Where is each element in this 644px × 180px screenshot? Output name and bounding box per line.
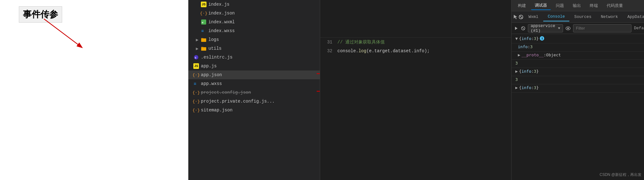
code-token-args: (e.target.dataset.info); [366,48,430,53]
svg-point-17 [567,27,569,29]
file-tree: JS index.js {·} index.json W index.wxml … [188,0,320,180]
folder-collapsed-arrow: ▶ [196,46,200,51]
file-tree-item-app-js[interactable]: JS app.js [188,62,320,70]
file-name: project.private.config.js... [201,99,275,104]
svg-line-14 [522,27,524,30]
block-icon[interactable] [518,13,523,21]
prop-val: 3 [530,44,533,49]
file-name: index.wxss [208,28,235,33]
prop-colon: : [528,44,530,49]
tab-codequality[interactable]: 代码质量 [603,2,627,10]
json-icon: {·} [193,72,199,78]
console-output: ▼ { info : 3 } i info : 3 ▶ __proto__ : … [512,34,644,180]
svg-rect-4 [201,38,203,39]
cursor-icon[interactable] [513,13,518,21]
file-tree-item-app-wxss[interactable]: ≡ app.wxss [188,79,320,88]
json-icon: {·} [193,107,199,113]
appservice-dropdown[interactable]: appservice (#1) [528,24,563,32]
red-arrow-appjson [314,69,320,79]
code-token-plain: console. [337,48,358,53]
file-name: index.wxml [208,20,235,25]
num-val2: 3 [515,77,518,82]
dropdown-value: appservice (#1) [531,24,556,33]
file-tree-item-index-wxml[interactable]: W index.wxml [188,18,320,26]
json-icon: {·} [201,10,207,16]
file-tree-item-utils[interactable]: ▶ utils [188,44,320,53]
expand-arrow-3[interactable]: ▶ [515,85,518,90]
tab-build[interactable]: 构建 [514,2,530,10]
json-icon: {·} [193,98,199,104]
folder-collapsed-arrow: ▶ [196,37,200,42]
console-row-1: ▼ { info : 3 } i [512,35,644,43]
folder-name: utils [208,46,222,51]
file-name: .eslintrc.js [201,55,233,60]
file-tree-item-sitemap[interactable]: {·} sitemap.json [188,106,320,115]
tab-console[interactable]: Console [543,12,569,21]
file-tree-item-app-json[interactable]: {·} app.json [188,70,320,79]
wxss-icon: ≡ [201,28,207,34]
code-token-log: log [358,48,366,53]
svg-rect-6 [201,47,203,48]
file-tree-item-index-json[interactable]: {·} index.json [188,9,320,18]
svg-marker-15 [558,27,560,29]
obj-close2: } [536,69,539,74]
file-tree-item-eslintrc[interactable]: E .eslintrc.js [188,53,320,62]
file-tree-item-logs[interactable]: ▶ logs [188,35,320,44]
file-tree-item-project-config[interactable]: {·} project.config.json [188,88,320,97]
json-icon: {·} [193,90,199,95]
obj-val3: 3 [534,85,536,90]
block-button[interactable] [521,25,525,32]
num-val: 3 [515,61,518,65]
proto-arrow[interactable]: ▶ [518,53,520,57]
tab-output[interactable]: 输出 [569,2,585,10]
js-icon: JS [193,63,199,69]
file-name: app.js [201,64,217,69]
secondary-tab-bar: Wxml Console Sources Network AppData » [512,11,644,23]
obj-close3: } [536,85,539,90]
code-editor: 31 // 通过对象获取具体值 32 console.log(e.target.… [320,0,512,180]
devtools-panel: 构建 调试器 问题 输出 终端 代码质量 Wxml Console Source… [512,0,644,180]
file-name: sitemap.json [201,108,233,113]
prop-key: info [518,44,528,49]
eye-button[interactable] [566,25,571,32]
tab-appdata[interactable]: AppData [623,13,644,21]
annotation-arrow [38,16,94,53]
obj-val: 3 [534,36,536,41]
file-tree-item-index-wxss[interactable]: ≡ index.wxss [188,26,320,35]
filter-input[interactable] [573,24,631,32]
info-icon[interactable]: i [540,36,544,41]
folder-name: logs [208,37,219,42]
tab-issues[interactable]: 问题 [552,2,568,10]
code-line-31: 31 // 通过对象获取具体值 [320,38,511,47]
console-row-7: ▶ { info : 3 } [512,84,644,93]
file-tree-item-project-private[interactable]: {·} project.private.config.js... [188,97,320,106]
file-tree-item-index-js[interactable]: JS index.js [188,0,320,9]
expand-arrow-2[interactable]: ▶ [515,69,518,74]
tab-network[interactable]: Network [596,13,622,21]
tab-wxml[interactable]: Wxml [524,13,543,21]
tab-sources[interactable]: Sources [570,13,596,21]
file-name: index.js [208,2,229,7]
line-content-31: // 通过对象获取具体值 [337,39,385,45]
folder-icon [201,46,207,51]
play-button[interactable] [514,25,518,32]
js-icon: JS [201,2,207,7]
line-content-32: console.log(e.target.dataset.info); [337,48,430,53]
obj-val2: 3 [534,69,536,74]
line-number-31: 31 [320,40,337,45]
wxml-icon: W [201,19,207,25]
svg-text:≡: ≡ [194,82,196,86]
line-number-32: 32 [320,48,337,53]
obj-key: info [522,36,531,41]
console-row-4: 3 [512,60,644,68]
obj-open2: { [519,69,522,74]
expand-arrow[interactable]: ▼ [515,36,518,41]
file-name: app.wxss [201,81,222,86]
console-toolbar: appservice (#1) Default [512,23,644,34]
obj-colon3: : [531,85,534,90]
tab-terminal[interactable]: 终端 [586,2,602,10]
proto-val: Object [546,53,561,57]
console-row-5: ▶ { info : 3 } [512,68,644,76]
proto-key: __proto__ [522,53,544,57]
tab-debugger[interactable]: 调试器 [531,1,551,10]
